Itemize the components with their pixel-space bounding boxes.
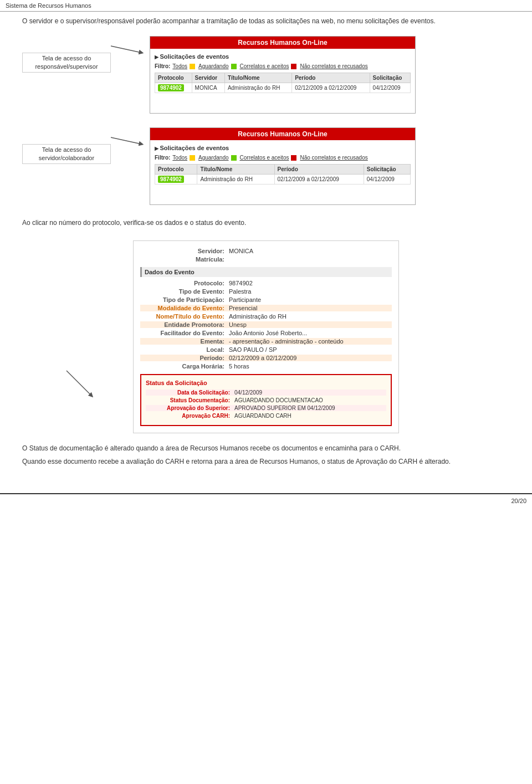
detail-section: Servidor: MONICA Matrícula: Dados do Eve… <box>22 235 510 439</box>
screen2-badge-yellow <box>190 155 195 161</box>
screen1-th-protocolo: Protocolo <box>155 73 192 83</box>
screen1-label-line1: Tela de acesso do <box>35 54 98 63</box>
field-label-1: Tipo de Evento: <box>140 288 229 295</box>
screen2-badge-red <box>291 155 296 161</box>
field-value-3: Presencial <box>229 305 392 311</box>
bottom-text2: Quando esse documento recebe a avaliação… <box>22 458 510 465</box>
screen2-sol-title: Solicitações de eventos <box>155 145 411 151</box>
screen2-table: Protocolo Título/Nome Período Solicitaçã… <box>155 164 411 185</box>
screen2-th-solicitacao: Solicitação <box>364 165 410 175</box>
screen2-th-periodo: Período <box>274 165 364 175</box>
screen2-label-line2: servidor/colaborador <box>39 154 94 162</box>
screen2-filtro-nao[interactable]: Não correlatos e recusados <box>300 155 367 161</box>
screen1-label-line2: responsável/supervisor <box>35 63 98 71</box>
screen2-rh-content: Solicitações de eventos Filtro: Todos Ag… <box>150 140 415 189</box>
screen2-filtro-aguardando[interactable]: Aguardando <box>198 155 229 161</box>
dados-evento-title: Dados do Evento <box>140 267 392 277</box>
field-label-6: Facilitador do Evento: <box>140 330 229 336</box>
detail-fields: Protocolo: 9874902 Tipo de Evento: Pales… <box>140 280 392 370</box>
screen1-sol-title: Solicitações de eventos <box>155 53 411 60</box>
field-value-8: SAO PAULO / SP <box>229 346 392 353</box>
screen1-table-row: 9874902 MONICA Administração do RH 02/12… <box>155 83 411 93</box>
field-value-10: 5 horas <box>229 363 392 370</box>
page-content: O servidor e o supervisor/responsável po… <box>0 12 532 482</box>
screen1-td-periodo: 02/12/2009 a 02/12/2009 <box>292 83 370 93</box>
screen2-section: Tela de acesso do servidor/colaborador R… <box>22 127 510 205</box>
status-value-1: AGUARDANDO DOCUMENTACAO <box>234 397 323 403</box>
screen1-th-titulo: Título/Nome <box>224 73 291 83</box>
field-label-3: Modalidade do Evento: <box>140 305 229 311</box>
screen1-label: Tela de acesso do responsável/supervisor <box>22 53 111 73</box>
screen1-protocol-badge[interactable]: 9874902 <box>158 84 184 91</box>
screen2-td-protocolo[interactable]: 9874902 <box>155 175 197 185</box>
detail-field-10: Carga Horária: 5 horas <box>140 363 392 370</box>
detail-field-8: Local: SAO PAULO / SP <box>140 346 392 353</box>
field-value-1: Palestra <box>229 288 392 295</box>
screen2-label-line1: Tela de acesso do <box>39 146 94 154</box>
screen1-badge-yellow <box>190 64 195 69</box>
field-label-5: Entidade Promotora: <box>140 321 229 328</box>
field-value-4: Administração do RH <box>229 313 392 320</box>
field-label-8: Local: <box>140 346 229 353</box>
screen1-th-servidor: Servidor <box>192 73 224 83</box>
status-row-0: Data da Solicitação: 04/12/2009 <box>146 390 386 396</box>
matricula-row: Matrícula: <box>140 256 392 263</box>
detail-field-1: Tipo de Evento: Palestra <box>140 288 392 295</box>
detail-arrow <box>55 360 100 406</box>
screen2-filtro-correlatos[interactable]: Correlatos e aceitos <box>240 155 289 161</box>
screen1-filtro-correlatos[interactable]: Correlatos e aceitos <box>240 63 289 69</box>
intro-text: O servidor e o supervisor/responsável po… <box>22 17 510 25</box>
screen1-arrow <box>111 36 150 80</box>
status-box-title: Status da Solicitação <box>146 380 386 386</box>
screen1-td-titulo: Administração do RH <box>224 83 291 93</box>
screen1-th-periodo: Período <box>292 73 370 83</box>
field-label-2: Tipo de Participação: <box>140 296 229 303</box>
screen2-badge-green <box>231 155 237 161</box>
screen2-filtro-label: Filtro: <box>155 155 170 161</box>
servidor-label: Servidor: <box>140 248 229 254</box>
middle-text: Ao clicar no número do protocolo, verifi… <box>22 219 510 227</box>
field-label-10: Carga Horária: <box>140 363 229 370</box>
screen1-badge-green <box>231 64 237 69</box>
screen1-filtro-todos[interactable]: Todos <box>172 63 187 69</box>
svg-line-0 <box>111 46 141 53</box>
screen1-filtro-nao[interactable]: Não correlatos e recusados <box>300 63 367 69</box>
status-label-0: Data da Solicitação: <box>146 390 234 396</box>
page-footer: 20/20 <box>0 493 532 508</box>
screen2-table-row: 9874902 Administração do RH 02/12/2009 a… <box>155 175 411 185</box>
screen1-td-protocolo[interactable]: 9874902 <box>155 83 192 93</box>
screen1-badge-red <box>291 64 296 69</box>
footer-page-number: 20/20 <box>511 498 526 504</box>
servidor-value: MONICA <box>229 248 392 254</box>
field-value-2: Participante <box>229 296 392 303</box>
screen2-label: Tela de acesso do servidor/colaborador <box>22 144 111 164</box>
detail-field-7: Ementa: - apresentação - administração -… <box>140 338 392 345</box>
field-label-7: Ementa: <box>140 338 229 345</box>
screen2-protocol-badge[interactable]: 9874902 <box>158 176 184 183</box>
field-label-4: Nome/Título do Evento: <box>140 313 229 320</box>
status-row-2: Aprovação do Superior: APROVADO SUPERIOR… <box>146 405 386 411</box>
screen2-filtro: Filtro: Todos Aguardando Correlatos e ac… <box>155 155 411 161</box>
status-row-3: Aprovação CARH: AGUARDANDO CARH <box>146 413 386 419</box>
screen1-filtro-aguardando[interactable]: Aguardando <box>198 63 229 69</box>
screen1-rh-content: Solicitações de eventos Filtro: Todos Ag… <box>150 49 415 98</box>
screen2-rh-box: Recursos Humanos On-Line Solicitações de… <box>150 127 416 205</box>
screen1-td-solicitacao: 04/12/2009 <box>370 83 410 93</box>
screen2-th-protocolo: Protocolo <box>155 165 197 175</box>
field-label-0: Protocolo: <box>140 280 229 286</box>
bottom-text1: O Status de documentação é alterado quan… <box>22 444 510 452</box>
status-label-3: Aprovação CARH: <box>146 413 234 419</box>
screen2-filtro-todos[interactable]: Todos <box>172 155 187 161</box>
servidor-row: Servidor: MONICA <box>140 248 392 254</box>
detail-box: Servidor: MONICA Matrícula: Dados do Eve… <box>133 240 399 433</box>
screen1-td-servidor: MONICA <box>192 83 224 93</box>
detail-field-0: Protocolo: 9874902 <box>140 280 392 286</box>
status-value-2: APROVADO SUPERIOR EM 04/12/2009 <box>234 405 335 411</box>
field-value-6: João Antonio José Roberto... <box>229 330 392 336</box>
page-header: Sistema de Recursos Humanos <box>0 0 532 12</box>
screen1-rh-box: Recursos Humanos On-Line Solicitações de… <box>150 36 416 114</box>
field-value-0: 9874902 <box>229 280 392 286</box>
screen1-section: Tela de acesso do responsável/supervisor… <box>22 36 510 114</box>
matricula-value <box>229 256 392 263</box>
screen2-td-solicitacao: 04/12/2009 <box>364 175 410 185</box>
